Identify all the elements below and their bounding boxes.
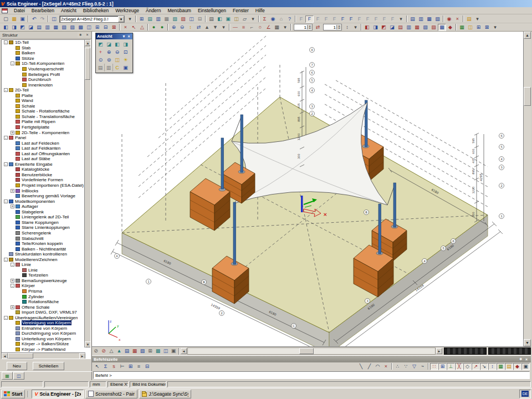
tree-item[interactable]: Voutenquerschnitt bbox=[2, 66, 84, 72]
paperclip-icon[interactable]: ▦ bbox=[162, 16, 171, 23]
tree-item[interactable]: -1D-Teil bbox=[2, 40, 84, 45]
tree-item[interactable]: Stabschnitt bbox=[2, 236, 84, 241]
collapse-icon[interactable]: - bbox=[11, 263, 14, 267]
layout-icon[interactable]: ◫ bbox=[187, 16, 196, 23]
model-data-icon[interactable]: ▩ bbox=[154, 347, 162, 355]
tree-item[interactable]: -1D-Teil-Komponenten bbox=[2, 61, 84, 66]
view-filter-2-icon[interactable]: F bbox=[305, 16, 314, 23]
scroll-left-icon[interactable]: ◄ bbox=[2, 353, 8, 359]
snap-grid-icon[interactable]: ⊞ bbox=[438, 363, 447, 370]
close-icon[interactable]: × bbox=[524, 357, 529, 361]
view-palette-header[interactable]: Ansicht ▼ × bbox=[96, 33, 132, 39]
tree-item[interactable]: Körper -> Balken/Stütze bbox=[2, 341, 84, 347]
scrollbar-thumb[interactable] bbox=[299, 348, 314, 354]
command-input[interactable] bbox=[94, 372, 529, 378]
tree-item[interactable]: Schale bbox=[2, 104, 84, 109]
overflow-icon[interactable]: ▾ bbox=[281, 24, 289, 31]
snap-length-icon[interactable]: ↕ bbox=[488, 363, 497, 370]
move-icon[interactable]: ◩ bbox=[18, 24, 27, 31]
expand-icon[interactable]: + bbox=[11, 305, 14, 309]
light-icon[interactable]: ☀ bbox=[121, 56, 130, 64]
mast-w-tall[interactable] bbox=[241, 115, 243, 172]
tree-item[interactable]: -2D-Teil bbox=[2, 88, 84, 93]
scrollbar-thumb[interactable] bbox=[524, 87, 531, 106]
snap-end-icon[interactable]: ↗ bbox=[472, 363, 480, 370]
pick-icon[interactable]: ↖ bbox=[130, 24, 138, 31]
tree-item[interactable]: Innenknoten bbox=[2, 82, 84, 88]
overflow-icon[interactable]: ▾ bbox=[397, 16, 405, 23]
split-icon[interactable]: ⊟ bbox=[101, 24, 110, 31]
expand-icon[interactable]: + bbox=[11, 204, 14, 208]
zoom-all-icon[interactable]: ⊙ bbox=[96, 56, 105, 64]
clip-box-icon[interactable]: ◫ bbox=[113, 56, 121, 64]
snap-solid-icon[interactable]: ▤ bbox=[505, 363, 513, 370]
measure-tool-icon[interactable]: ⌂ bbox=[277, 16, 285, 23]
zoom-window-icon[interactable]: ⊡ bbox=[121, 48, 130, 56]
tree-item[interactable]: Wand bbox=[2, 98, 84, 104]
number-stepper[interactable]: 1▴▾ bbox=[294, 24, 313, 30]
collapse-icon[interactable]: - bbox=[11, 284, 14, 288]
tree-item[interactable]: Schale - Translationsfläche bbox=[2, 114, 84, 120]
clipboard-icon[interactable]: ⊞ bbox=[137, 16, 146, 23]
tree-horizontal-scrollbar[interactable]: ◄ ► bbox=[2, 352, 85, 359]
tree-item[interactable]: Teile/Knoten koppeln bbox=[2, 241, 84, 247]
mast-e-short[interactable] bbox=[378, 204, 381, 254]
snap-line-icon[interactable]: ╲ bbox=[357, 363, 365, 370]
layer-up-icon[interactable]: ⊕ bbox=[170, 24, 178, 31]
tree-item[interactable]: Unterteilung von Körpern bbox=[2, 336, 84, 342]
beam-center-icon[interactable]: ◆ bbox=[446, 24, 454, 31]
project-window-icon[interactable]: ◫ bbox=[50, 16, 58, 23]
tree-item[interactable]: Last auf Öffnungskanten bbox=[2, 151, 84, 156]
tree-item[interactable]: Starre Kopplungen bbox=[2, 220, 84, 226]
window-titlebar[interactable]: V Scia Engineer - [2xSegel A=45m2 Flieg.… bbox=[0, 0, 532, 7]
table-new-icon[interactable]: ⊞ bbox=[474, 24, 483, 31]
overflow-icon[interactable]: ▾ bbox=[351, 24, 360, 31]
shade-icon[interactable]: ▥ bbox=[105, 64, 113, 71]
labels-icon[interactable]: ⊞ bbox=[146, 347, 154, 355]
language-indicator-icon[interactable]: DE bbox=[521, 391, 529, 397]
menu-item[interactable]: Bibliotheken bbox=[80, 7, 112, 14]
scroll-left-icon[interactable]: ◄ bbox=[181, 348, 187, 354]
overflow-icon[interactable]: ▾ bbox=[249, 16, 257, 23]
trim-icon[interactable]: ▦ bbox=[52, 24, 60, 31]
tree-item[interactable]: Last auf Stäbe bbox=[2, 156, 84, 162]
beam-swap-icon[interactable]: ▥ bbox=[405, 24, 413, 31]
snap-point-icon[interactable]: ◆ bbox=[513, 363, 521, 370]
paste-properties-icon[interactable]: ◨ bbox=[10, 24, 18, 31]
mirror-icon[interactable]: ▤ bbox=[35, 24, 43, 31]
lower-icon[interactable]: ▼ bbox=[211, 24, 219, 31]
mdi-child-icon[interactable] bbox=[2, 8, 8, 13]
tree-item[interactable]: Stabgelenk bbox=[2, 209, 84, 215]
join-icon[interactable]: ⊞ bbox=[93, 24, 101, 31]
snap-mid-icon[interactable]: ◇ bbox=[463, 363, 472, 370]
zoom-in-icon[interactable]: ⊕ bbox=[105, 48, 113, 56]
collapse-icon[interactable]: - bbox=[4, 40, 8, 44]
layer-down-icon[interactable]: ⊖ bbox=[178, 24, 186, 31]
tree-vertical-scrollbar[interactable]: ▲ ▼ bbox=[84, 40, 90, 347]
tree-item[interactable]: Durchdringung von Körpern bbox=[2, 331, 84, 336]
view-y-icon[interactable]: ◪ bbox=[105, 40, 113, 48]
print-preview-icon[interactable]: ◧ bbox=[216, 16, 224, 23]
preview-icon[interactable]: ⊟ bbox=[196, 16, 204, 23]
rectangle-tool-icon[interactable]: ⌐ bbox=[248, 24, 256, 31]
raise-icon[interactable]: ▲ bbox=[203, 24, 211, 31]
tree-item[interactable]: Projekt importieren (ESA-Datei) bbox=[2, 183, 84, 188]
tree-item[interactable]: -Erweiterte Eingabe bbox=[2, 162, 84, 167]
open-doc-icon[interactable]: ▥ bbox=[417, 16, 425, 23]
view-filter-5-icon[interactable]: F bbox=[330, 16, 339, 23]
tree-item[interactable]: +Bemaßungswerkzeuge bbox=[2, 278, 84, 284]
beam-ref-icon[interactable]: ▦ bbox=[413, 24, 421, 31]
tree-item[interactable]: Fertigteilplatte bbox=[2, 125, 84, 130]
view-filter-3-icon[interactable]: F bbox=[314, 16, 322, 23]
close-icon[interactable]: × bbox=[84, 32, 90, 38]
view-window-icon[interactable]: ▣ bbox=[121, 64, 130, 71]
menu-item[interactable]: Einstellungen bbox=[195, 7, 229, 14]
close-icon[interactable]: × bbox=[126, 34, 131, 38]
expand-icon[interactable]: + bbox=[11, 189, 14, 193]
view-axo-icon[interactable]: ◨ bbox=[121, 40, 130, 48]
tree-item[interactable]: Starre Linienkopplungen bbox=[2, 225, 84, 231]
swap-icon[interactable]: ↕ bbox=[186, 24, 195, 31]
volumes-icon[interactable]: ▲ bbox=[115, 347, 123, 355]
menu-item[interactable]: Menübaum bbox=[164, 7, 195, 14]
render-icon[interactable]: ▤ bbox=[96, 64, 105, 71]
